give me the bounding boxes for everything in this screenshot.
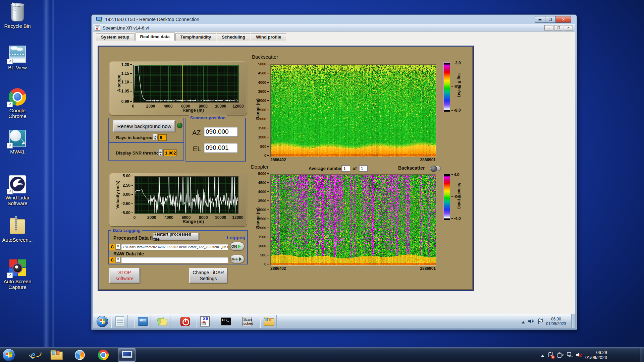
desktop-icon-auto-screen-capture[interactable]: ➚ Auto Screen Capture	[1, 259, 34, 290]
vi-file-icon	[95, 25, 100, 31]
realtime-panel: A-scope Range (m) 1.201.151.101.050.9902…	[98, 46, 474, 291]
desktop-icon-bl-view[interactable]: ➚ BL-View	[1, 45, 34, 70]
remote-taskbar-stop-software[interactable]	[177, 315, 193, 328]
remote-clock[interactable]: 06:30 01/09/2023	[546, 317, 566, 326]
remote-taskbar-folder[interactable]	[260, 315, 277, 328]
backscatter-toggle-switch[interactable]	[430, 166, 441, 171]
raw-logging-off-button[interactable]: OFF	[230, 255, 244, 263]
desktop-icon-label: Google Chrome	[1, 108, 34, 119]
remote-taskbar-command-prompt[interactable]: C:\_	[218, 315, 234, 328]
tab-temp-humidity[interactable]: Temp/humidity	[175, 33, 216, 41]
rdp-close-button[interactable]: ✕	[555, 16, 571, 23]
vi-restore-button[interactable]: ❐	[554, 25, 563, 31]
remote-tray-expand-icon[interactable]	[522, 319, 525, 323]
desktop-icon-wind-lidar[interactable]: ➚ Wind Lidar Software	[1, 175, 34, 206]
vi-titlebar[interactable]: StreamLine XR v14-6.vi — ❐ ✕	[93, 24, 575, 32]
raw-drive-letter[interactable]: C	[109, 257, 115, 263]
taskbar-remote-desktop-active[interactable]	[118, 348, 136, 362]
remote-taskbar-scan-scheduler[interactable]: Scansched	[239, 315, 255, 328]
doppler-heatmap-group: Range (m) 2886402 2886901 50004500400035…	[254, 172, 455, 273]
remote-speaker-icon[interactable]	[528, 318, 534, 324]
doppler-heatmap-canvas[interactable]	[270, 174, 436, 266]
start-button[interactable]	[2, 348, 15, 362]
velocity-plot-canvas[interactable]	[135, 176, 238, 214]
change-lidar-settings-button[interactable]: Change LiDAR Settings	[189, 268, 227, 283]
taskbar-file-explorer[interactable]	[50, 348, 63, 362]
tab-system-setup[interactable]: System setup	[96, 33, 135, 41]
remote-action-center-flag-icon[interactable]	[537, 318, 543, 324]
rays-value-field[interactable]: 8	[158, 134, 167, 141]
rdp-minimize-button[interactable]: ▬	[535, 16, 545, 23]
folder-icon	[264, 317, 274, 325]
tab-real-time-data[interactable]: Real time data	[135, 33, 175, 41]
streamline-vi-icon: XR	[200, 316, 210, 326]
y-tick-label: 4500	[253, 181, 269, 185]
action-center-flag-error-icon[interactable]: ✕	[548, 352, 554, 358]
average-number-field[interactable]: 1	[341, 165, 350, 172]
restart-processed-file-button[interactable]: Restart processed file	[153, 233, 199, 240]
auto-screen-capture-icon: ➚	[8, 259, 27, 278]
remote-taskbar-notepad[interactable]	[111, 315, 128, 328]
rays-spinner[interactable]	[153, 134, 157, 140]
doppler-colorbar	[443, 174, 450, 220]
vi-close-button[interactable]: ✕	[564, 25, 573, 31]
average-total-field[interactable]: 1	[359, 165, 368, 172]
x-tick-label: 10000	[213, 104, 228, 109]
ascope-plot-canvas[interactable]	[133, 65, 239, 103]
taskbar-clock[interactable]: 06:29 01/09/2023	[585, 350, 607, 360]
rdp-titlebar[interactable]: 192.168.0.150 - Remote Desktop Connectio…	[92, 15, 577, 24]
file-explorer-icon	[51, 350, 62, 360]
tab-wind-profile[interactable]: Wind profile	[251, 33, 286, 41]
taskbar-internet-explorer[interactable]: e	[26, 348, 40, 362]
el-value-field[interactable]: 090.001	[204, 143, 238, 153]
raw-data-file-label: RAW Data file	[113, 251, 144, 256]
vi-minimize-button[interactable]: —	[544, 25, 553, 31]
y-tick-label: 4000	[253, 80, 269, 84]
remote-taskbar-sticky-notes[interactable]	[154, 315, 170, 328]
processed-drive-letter[interactable]: C	[109, 244, 115, 250]
tray-expand-icon[interactable]	[541, 353, 544, 357]
doppler-cursor-cross[interactable]	[277, 244, 280, 247]
rdp-maximize-button[interactable]: ❐	[545, 16, 555, 23]
processed-path-field[interactable]: C:\Lidar\Data\Proc\2023\202309\20230901\…	[121, 244, 228, 250]
tab-scheduling[interactable]: Scheduling	[217, 33, 250, 41]
shortcut-arrow-icon: ➚	[7, 59, 13, 64]
doppler-colorbar-label: Velocity (m/s)	[457, 174, 462, 218]
backscatter-section-title: Backscatter	[252, 54, 278, 60]
off-label: OFF	[230, 257, 238, 261]
battery-plug-icon[interactable]	[557, 352, 563, 358]
stop-software-button[interactable]: STOP software	[109, 268, 140, 283]
processed-logging-on-button[interactable]: ON	[230, 242, 244, 250]
sticky-notes-icon	[158, 317, 167, 326]
logging-label: Logging	[227, 235, 245, 240]
zip-folder-icon	[8, 217, 27, 236]
remote-start-button[interactable]	[94, 315, 110, 328]
velocity-graph: Velocity (m/s) Range (m) 5.002.500.00-2.…	[109, 173, 247, 226]
az-value-field[interactable]: 090.000	[204, 127, 238, 137]
snr-spinner[interactable]	[158, 149, 163, 156]
remote-show-desktop-button[interactable]	[571, 314, 575, 328]
desktop-icon-mw41[interactable]: ➚ MW41	[1, 129, 34, 155]
desktop-icon-autoscreen-zip[interactable]: AutoScreen...	[1, 217, 34, 243]
remote-taskbar-streamline-vi[interactable]: XR	[197, 315, 213, 328]
desktop-icon-label: BL-View	[1, 65, 34, 70]
desktop-icon-google-chrome[interactable]: ➚ Google Chrome	[1, 88, 34, 119]
show-desktop-button[interactable]	[640, 347, 644, 362]
taskbar-windows-media-player[interactable]	[73, 348, 87, 362]
internet-explorer-icon: e	[31, 349, 36, 361]
wallpaper-streak	[43, 0, 50, 362]
taskbar-google-chrome[interactable]	[97, 348, 110, 362]
raw-path-field[interactable]	[121, 257, 228, 263]
renew-background-led	[177, 123, 182, 128]
x-tick-label: 10000	[213, 215, 228, 220]
remote-taskbar-display-settings[interactable]	[135, 315, 151, 328]
speaker-muted-icon[interactable]	[576, 352, 582, 358]
scanner-position-cluster: Scanner position AZ 090.000 EL 090.001	[185, 118, 246, 162]
x-tick-label: 6000	[178, 104, 193, 109]
backscatter-heatmap-canvas[interactable]	[270, 64, 436, 157]
desktop-icon-recycle-bin[interactable]: Recycle Bin	[1, 3, 34, 29]
snr-value-field[interactable]: 1.002	[163, 149, 177, 156]
y-tick-label: -5.00	[117, 210, 133, 215]
renew-background-button[interactable]: Renew background now	[113, 120, 175, 132]
network-warning-icon[interactable]: !	[567, 352, 573, 358]
